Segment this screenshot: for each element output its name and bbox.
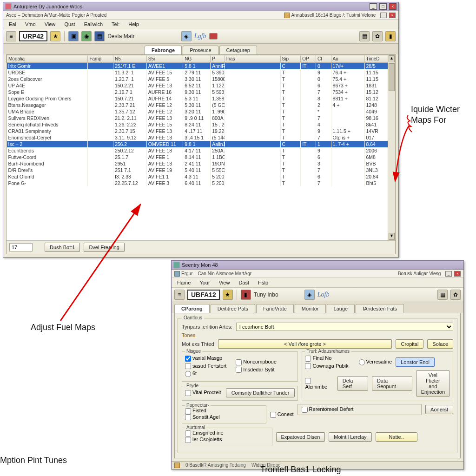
chk-fisted[interactable]: Fisted <box>185 408 206 413</box>
sub-minimize-2[interactable]: _ <box>445 271 452 277</box>
solace-button[interactable]: Solace <box>427 339 453 349</box>
table-row[interactable]: Senerq ilchutal.Filiveds1.26. 2.22AVIFEE… <box>7 121 395 128</box>
sub-minimize-button[interactable]: _ <box>380 13 387 18</box>
menu2-help[interactable]: Hslp <box>254 279 272 286</box>
mointil-button[interactable]: Mointil Lerclay <box>329 432 371 442</box>
col-header[interactable]: Au <box>331 55 364 63</box>
cropital-button[interactable]: Cropital <box>396 339 423 349</box>
col-header[interactable]: Modalia <box>7 55 88 63</box>
tb2-flag-icon[interactable]: ▮ <box>241 290 251 300</box>
table-row[interactable]: UP A4E150.2.21AVIFEE 136 52 111 122.381.… <box>7 82 395 89</box>
table-row[interactable]: 2oes Celbcover1.20.7. 1AVIFEE 53 30 1115… <box>7 76 395 82</box>
chk-cownaga[interactable]: Cownaga Pubik <box>305 363 348 370</box>
disk-icon[interactable]: ◈ <box>181 31 192 41</box>
maximize-button[interactable]: □ <box>379 3 387 10</box>
chk-emsgriled[interactable]: Emsgriled ine <box>185 430 224 436</box>
table-row[interactable]: Sope E2.16.7 1AUFRE 169.30 115 593604V.4… <box>7 89 395 95</box>
menu-eallwich[interactable]: Eallwich <box>80 20 106 28</box>
tab2-lauge[interactable]: Lauge <box>327 304 355 313</box>
col-header[interactable]: S5i <box>146 55 183 63</box>
chk-csojoletts[interactable]: ler Csojoletts <box>185 436 222 442</box>
menu2-dast[interactable]: Dast <box>235 279 253 286</box>
menu2-view[interactable]: View <box>215 279 234 286</box>
menu2-your[interactable]: Your <box>196 279 213 286</box>
natte-button[interactable]: Natte.. <box>376 432 417 442</box>
tab-proseuce[interactable]: Proseuce <box>183 46 218 54</box>
chk-sonatit[interactable]: Sonatit Agel <box>185 414 220 420</box>
folder-icon[interactable]: ▣ <box>68 31 79 41</box>
data-seopunt-button[interactable]: Data Seopunt <box>372 376 412 391</box>
col-header[interactable]: Sip <box>280 55 301 63</box>
radio-6t[interactable]: 6t <box>185 370 226 377</box>
table-row[interactable]: Loygire Oodsing Prom Oners150.7.21AUFRE … <box>7 95 395 102</box>
tb2-icon-2[interactable]: ★ <box>223 290 233 300</box>
tb2-icon-1[interactable]: ≡ <box>174 290 185 300</box>
table-row[interactable]: Pone G·22.25.7.12AVIFEE 36.40 115 200HC … <box>7 180 395 186</box>
lonstor-button[interactable]: Lonstor Enol <box>396 357 435 367</box>
col-header[interactable]: Famp <box>88 55 113 63</box>
toolbar-icon-6[interactable]: ▮ <box>385 31 396 41</box>
table-row[interactable]: Iritx Gomir25J/7.1 EAWEE15.8 1AnniR2·6 5… <box>7 63 395 70</box>
chk-rerentomeel[interactable]: Rerentomeel Defert <box>302 406 354 412</box>
menu-tel[interactable]: Tel: <box>108 20 123 28</box>
table-row[interactable]: Futtve·Coord25.1.7AVIFEE 18.14 111 1BOPT… <box>7 154 395 160</box>
tab2-cparong[interactable]: CParong <box>174 304 210 313</box>
vrel-fticter-button[interactable]: Vrel Fticter and Enjnection <box>416 370 450 397</box>
toolbar-icon-2[interactable]: ★ <box>50 31 60 41</box>
comsnty-button[interactable]: Comsnty Daflither Tunder <box>226 388 295 397</box>
menu-help[interactable]: Help <box>125 20 143 28</box>
chk-sasud[interactable]: sasud Fertstert <box>185 363 226 370</box>
toolbar-icon-3[interactable]: ◉ <box>81 31 92 41</box>
toolbar-icon-5[interactable]: ▦ <box>359 31 370 41</box>
menu-view[interactable]: View <box>41 20 60 28</box>
tb2-disk-icon[interactable]: ◈ <box>304 290 315 300</box>
tab2-fandvrate[interactable]: FandVrate <box>256 304 294 313</box>
scroll-up-arrow[interactable]: ▲ <box>389 55 395 62</box>
title-bar-2[interactable]: Seentry Mon 48 <box>172 261 463 270</box>
sub-close-button[interactable]: × <box>389 13 396 18</box>
data-table[interactable]: ModaliaFampN5S5iNGPInasSipOPCIAuTimeD Ir… <box>7 55 395 186</box>
close-button[interactable]: × <box>389 3 397 10</box>
row-count-input[interactable] <box>9 243 33 251</box>
col-header[interactable]: Inas <box>225 55 280 63</box>
col-header[interactable]: P <box>211 55 225 63</box>
menu-eal[interactable]: Eal <box>5 20 20 28</box>
chk-noncomp[interactable]: Noncompboue <box>236 359 277 365</box>
toolbar-icon-1[interactable]: ≡ <box>6 31 16 41</box>
table-row[interactable]: Isc – 2256.2OMVEED 119.8 1Aalin1.328 5CI… <box>7 141 395 147</box>
scroll-thumb[interactable] <box>389 63 395 91</box>
toolbar-icon-4[interactable]: ▤ <box>94 31 105 41</box>
table-row[interactable]: UMA Bhade1.35.7.12AVIFEE 123.20 111 .990… <box>7 108 395 115</box>
sub-close-2[interactable]: × <box>454 271 461 277</box>
col-header[interactable]: OP <box>301 55 316 63</box>
tb2-icon-3[interactable]: ▦ <box>437 290 448 300</box>
chk-alcinimbe[interactable]: Alcinimbe <box>305 377 333 390</box>
expatoved-button[interactable]: Expatoved Oisen <box>276 432 325 442</box>
table-row[interactable]: Ecuntbends250.2.12AVIFEE 184.17 11250A7.… <box>7 147 395 154</box>
col-header[interactable]: CI <box>316 55 331 63</box>
tab2-monitor[interactable]: Monitor <box>295 304 326 313</box>
chk-insdedar[interactable]: Insdedar Sytit <box>236 367 277 373</box>
minimize-button[interactable]: _ <box>370 3 377 10</box>
tab2-deititree[interactable]: Deititree Pats <box>211 304 255 313</box>
table-row[interactable]: Btahs.Nesegager2.33.7.21AVIFEE 125.30 11… <box>7 102 395 108</box>
vell-fore-button[interactable]: < Vell /fore grote > <box>218 339 392 349</box>
chk-conext[interactable]: Conext <box>270 411 294 418</box>
table-row[interactable]: Enomshedal-Ceryel3.11. 9.12AVIFEE 133 .4… <box>7 134 395 141</box>
table-row[interactable]: URDSE11.3.2. 1AVIFEE 152 79 115 390061 1… <box>7 69 395 76</box>
table-row[interactable]: CRA01 Sempinenty2.30.7.15AVIFEE 134 .17 … <box>7 128 395 134</box>
table-row[interactable]: Sullvers REDXlven21.2. 2.11AVIFEE 139 .9… <box>7 115 395 121</box>
radio-verresatine[interactable]: Verresatine <box>359 359 392 365</box>
table-row[interactable]: Keat OfomdI3. 2.33AVIFE1 14.3 115 200K2 … <box>7 173 395 180</box>
chk-vital-procteit[interactable]: Vital Procteit <box>185 390 221 396</box>
dush-bot-button[interactable]: Dush Bot:1 <box>45 243 80 252</box>
chk-finalno[interactable]: Final No <box>305 355 348 362</box>
tb2-gear-icon[interactable]: ✿ <box>450 290 461 300</box>
tab-fabronge[interactable]: Fabronge <box>145 46 182 54</box>
flag-icon[interactable] <box>209 33 218 40</box>
scroll-down-arrow[interactable]: ▼ <box>389 233 395 240</box>
chk-vaxial[interactable]: vaxial Masgp <box>185 355 226 362</box>
dvel-freating-button[interactable]: Dvel Freating <box>84 243 124 252</box>
title-bar[interactable]: Anturplere Dy Juandoce Wocs _ □ × <box>3 2 398 11</box>
menu-qust[interactable]: Qust <box>60 20 79 28</box>
